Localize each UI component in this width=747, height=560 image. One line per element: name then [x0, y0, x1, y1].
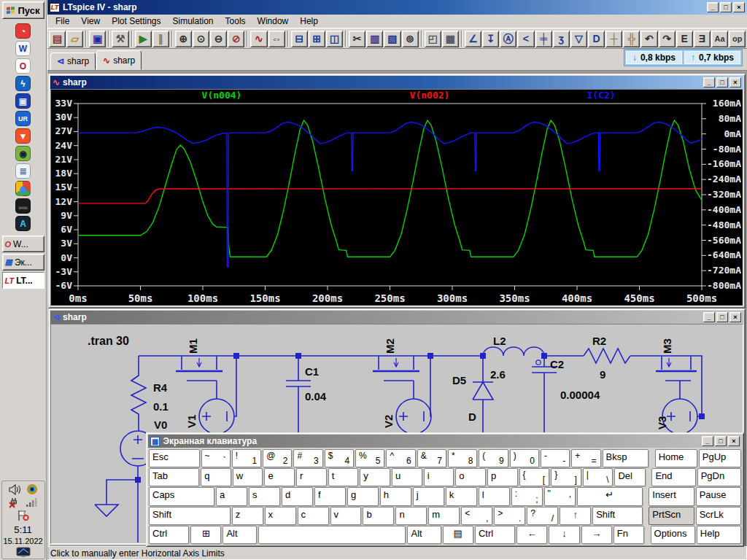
component-label-m1[interactable]: M1 [187, 338, 199, 354]
key-s[interactable]: s [249, 487, 280, 505]
menu-file[interactable]: File [50, 15, 74, 28]
key-d[interactable]: d [282, 487, 313, 505]
task-button-lt[interactable]: LTLT... [2, 272, 44, 289]
component-label-0-04[interactable]: 0.04 [305, 390, 327, 402]
control-panel-icon[interactable]: ⚒ [112, 31, 128, 47]
component-label-v0[interactable]: V0 [154, 419, 167, 431]
key-space[interactable]: ↵ [577, 487, 643, 505]
key-y[interactable]: y [360, 468, 390, 486]
component-label-m3[interactable]: M3 [661, 338, 673, 354]
key-home[interactable]: Home [655, 449, 697, 467]
schematic-close-button[interactable]: × [729, 312, 741, 322]
key-space[interactable]: ↓ [549, 526, 579, 544]
component-label-r4[interactable]: R4 [153, 381, 168, 394]
key-ctrl[interactable]: Ctrl [149, 526, 189, 544]
schematic-maximize-button[interactable]: □ [716, 312, 728, 322]
key-j[interactable]: j [413, 487, 444, 505]
schematic-minimize-button[interactable]: _ [703, 312, 715, 322]
rotate-icon[interactable]: E [676, 31, 693, 47]
key-9[interactable]: (9 [479, 449, 508, 467]
move-icon[interactable]: ┼ [605, 31, 622, 47]
key-scrlk[interactable]: ScrLk [696, 507, 741, 525]
trace-label-v-n002[interactable]: V(n002) [410, 90, 450, 101]
key-space[interactable]: {[ [519, 468, 550, 486]
copy-icon[interactable]: ▥ [366, 31, 383, 47]
key-options[interactable]: Options [651, 526, 695, 544]
key-space[interactable]: |\ [583, 468, 614, 486]
key-4[interactable]: $4 [325, 449, 354, 467]
key-3[interactable]: #3 [293, 449, 322, 467]
display-icon[interactable] [16, 547, 31, 558]
key-e[interactable]: e [264, 468, 295, 486]
key-fn[interactable]: Fn [614, 526, 644, 544]
print-preview-icon[interactable]: ◰ [425, 31, 441, 47]
tile-vert-icon[interactable]: ⊟ [291, 31, 308, 47]
key-p[interactable]: p [487, 468, 518, 486]
key-help[interactable]: Help [697, 526, 741, 544]
key-u[interactable]: u [392, 468, 422, 486]
osk-maximize-button[interactable]: □ [715, 436, 727, 446]
floppy-save-icon[interactable]: ▣ [15, 93, 31, 109]
shield-browser-icon[interactable]: ▼ [15, 128, 31, 144]
label-net-icon[interactable]: Ⓐ [500, 31, 516, 47]
component-label-tran-30[interactable]: .tran 30 [88, 335, 129, 347]
key-tab[interactable]: Tab [149, 468, 199, 486]
menu-help[interactable]: Help [295, 15, 323, 28]
key-l[interactable]: l [479, 487, 510, 505]
waveform-pane-icon[interactable]: ∿ [250, 31, 267, 47]
component-label-v1[interactable]: V1 [185, 415, 198, 428]
key-w[interactable]: w [233, 468, 263, 486]
key-space[interactable] [258, 526, 406, 544]
app-maximize-button[interactable]: □ [720, 2, 732, 12]
key-alt[interactable]: Alt [222, 526, 256, 544]
cascade-icon[interactable]: ◫ [326, 31, 343, 47]
halt-icon[interactable]: ∥ [152, 31, 169, 47]
component-label-2-6[interactable]: 2.6 [490, 368, 506, 381]
text-icon[interactable]: Aa [711, 31, 728, 47]
trace-label-v-n004[interactable]: V(n004) [202, 90, 242, 101]
key-space[interactable]: ▤ [443, 526, 473, 544]
component-label-c1[interactable]: C1 [305, 365, 319, 378]
key-a[interactable]: a [216, 487, 247, 505]
menu-plot-settings[interactable]: Plot Settings [107, 15, 166, 28]
key-pgdn[interactable]: PgDn [697, 468, 741, 486]
component-label-l2[interactable]: L2 [493, 335, 506, 347]
cut-icon[interactable]: ✂ [349, 31, 365, 47]
key-space[interactable]: :; [511, 487, 543, 505]
key-7[interactable]: &7 [417, 449, 446, 467]
capacitor-icon[interactable]: ╪ [535, 31, 552, 47]
new-schematic-icon[interactable]: ▤ [49, 31, 66, 47]
key-q[interactable]: q [201, 468, 231, 486]
key-m[interactable]: m [428, 507, 460, 525]
key-space[interactable]: += [571, 449, 600, 467]
key-k[interactable]: k [446, 487, 477, 505]
key-b[interactable]: b [363, 507, 394, 525]
component-label-9[interactable]: 9 [600, 368, 605, 381]
signal-strength-icon[interactable] [26, 497, 38, 508]
osk-close-button[interactable]: × [728, 436, 740, 446]
key-space[interactable]: ↑ [560, 507, 591, 525]
autorange-icon[interactable]: ⇔ [268, 31, 285, 47]
menu-tools[interactable]: Tools [220, 15, 251, 28]
key-space[interactable]: ?/ [527, 507, 558, 525]
waveform-plot-area[interactable]: 33V30V27V24V21V18V15V12V9V6V3V0V-3V-6V16… [50, 89, 743, 306]
aimp-icon[interactable]: A [15, 216, 31, 231]
zoom-full-icon[interactable]: ⊘ [228, 31, 244, 47]
key-space[interactable]: "' [544, 487, 576, 505]
key-0[interactable]: )0 [510, 449, 539, 467]
notepad-icon[interactable]: ≣ [15, 163, 31, 179]
menu-window[interactable]: Window [252, 15, 294, 28]
tile-horiz-icon[interactable]: ⊞ [309, 31, 325, 47]
key-8[interactable]: *8 [448, 449, 477, 467]
component-label-c2[interactable]: C2 [550, 358, 564, 370]
key-space[interactable]: ⊞ [190, 526, 221, 544]
key-ctrl[interactable]: Ctrl [475, 526, 515, 544]
key-space[interactable]: >. [494, 507, 525, 525]
key-x[interactable]: x [265, 507, 296, 525]
key-space[interactable]: → [581, 526, 612, 544]
key-space[interactable]: ← [516, 526, 547, 544]
waveform-close-button[interactable]: × [729, 77, 741, 88]
black-device-icon[interactable]: ▬ [15, 198, 31, 214]
key-pause[interactable]: Pause [696, 487, 741, 505]
wire-icon[interactable]: ∠ [465, 31, 481, 47]
